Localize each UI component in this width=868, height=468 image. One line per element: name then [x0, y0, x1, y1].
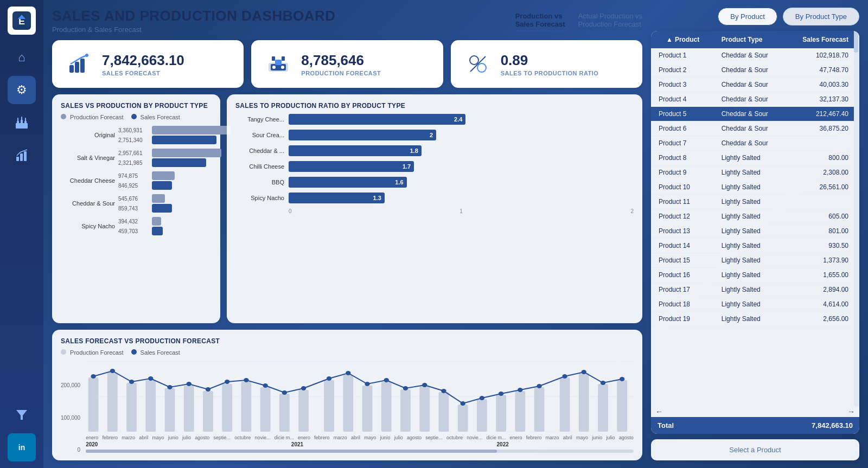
col-product-type[interactable]: Product Type	[716, 31, 786, 48]
ratio-bar-label: Spicy Nacho	[235, 195, 284, 201]
table-row[interactable]: Product 7 Cheddar & Sour	[651, 136, 854, 151]
table-scrollbar[interactable]	[854, 31, 859, 406]
chart-scrollbar-thumb[interactable]	[86, 450, 496, 453]
cell-product: Product 2	[651, 63, 716, 78]
svg-point-26	[477, 63, 486, 72]
table-row[interactable]: Product 9 Lightly Salted 2,308.00	[651, 165, 854, 180]
cell-type: Lightly Salted	[716, 283, 786, 297]
y-label-0: 0	[61, 447, 80, 453]
tab-actual-vs-forecast[interactable]: Actual Production vsProduction Forecast	[578, 10, 642, 31]
cell-value	[786, 136, 854, 151]
table-row[interactable]: Product 14 Lightly Salted 930.50	[651, 239, 854, 253]
table-scroll-area[interactable]: ▲Product Product Type Sales Forecast Pro…	[651, 31, 854, 406]
svg-point-62	[148, 376, 153, 381]
cell-type: Cheddar & Sour	[716, 136, 786, 151]
svg-rect-39	[241, 382, 252, 432]
svg-point-17	[85, 54, 88, 57]
svg-point-60	[110, 369, 115, 373]
chart-scrollbar[interactable]	[86, 450, 634, 453]
table-row[interactable]: Product 18 Lightly Salted 4,614.00	[651, 297, 854, 312]
ratio-bar-fill: 1.6	[289, 177, 407, 188]
col-sales-forecast[interactable]: Sales Forecast	[786, 31, 854, 48]
table-row[interactable]: Product 10 Lightly Salted 26,561.00	[651, 180, 854, 195]
table-row[interactable]: Product 13 Lightly Salted 801.00	[651, 224, 854, 239]
y-label-200k: 200,000	[61, 382, 80, 388]
table-scrollbar-thumb[interactable]	[854, 31, 858, 53]
factory-nav-icon[interactable]	[8, 108, 36, 137]
cell-value: 800.00	[786, 151, 854, 165]
scroll-right-icon[interactable]: →	[847, 407, 855, 416]
right-panel: By Product By Product Type ▲Product Prod…	[651, 0, 868, 468]
sort-icon: ▲	[666, 36, 673, 43]
y-axis: 200,000 100,000 0	[61, 382, 82, 453]
ratio-bar-value: 1.6	[395, 179, 403, 185]
tab-production-vs-sales[interactable]: Production vsSales Forecast	[515, 10, 565, 31]
bar-prod-val: 2,957,661	[118, 150, 150, 156]
ratio-bar-value: 2.4	[454, 116, 462, 123]
legend-sales: Sales Forecast	[131, 114, 180, 120]
bar-sales-fill	[152, 158, 206, 167]
svg-rect-23	[272, 56, 275, 61]
bar-group: 2,957,661 2,321,985	[118, 149, 221, 167]
col-product[interactable]: ▲Product	[651, 31, 716, 48]
table-row[interactable]: Product 5 Cheddar & Sour 212,467.40	[651, 107, 854, 121]
svg-point-69	[282, 390, 287, 395]
ratio-bar-row: Cheddar & ... 1.8	[235, 145, 634, 156]
svg-point-84	[582, 370, 586, 374]
table-row[interactable]: Product 6 Cheddar & Sour 36,875.20	[651, 121, 854, 136]
svg-rect-35	[165, 388, 175, 432]
svg-point-86	[620, 377, 624, 381]
main-content: SALES AND PRODUCTION DASHBOARD Productio…	[43, 0, 651, 468]
settings-nav-icon[interactable]: ⚙	[8, 76, 36, 104]
svg-point-75	[403, 386, 408, 390]
table-row[interactable]: Product 8 Lightly Salted 800.00	[651, 151, 854, 165]
table-nav: ← →	[651, 406, 859, 417]
linkedin-nav-icon[interactable]: in	[8, 433, 36, 461]
svg-rect-9	[25, 118, 26, 121]
bar-label: Original	[61, 132, 115, 138]
kpi-sales-value: 7,842,663.10	[102, 52, 184, 69]
table-row[interactable]: Product 15 Lightly Salted 1,373.90	[651, 253, 854, 268]
cell-type: Lightly Salted	[716, 239, 786, 253]
kpi-ratio-value: 0.89	[501, 52, 599, 69]
cell-value: 40,003.30	[786, 78, 854, 92]
cell-product: Product 12	[651, 209, 716, 224]
bar-chart-row: Cheddar & Sour 545,676 859,743	[61, 194, 212, 213]
svg-point-67	[244, 378, 248, 382]
total-label: Total	[658, 421, 674, 429]
cell-value: 212,467.40	[786, 107, 854, 121]
svg-point-81	[518, 388, 522, 392]
bar-group: 974,875 846,925	[118, 171, 212, 190]
chart-nav-icon[interactable]	[8, 141, 36, 169]
table-row[interactable]: Product 1 Cheddar & Sour 102,918.70	[651, 48, 854, 63]
scroll-left-icon[interactable]: ←	[655, 407, 663, 416]
legend-prod-dot	[61, 349, 66, 355]
cell-type: Lightly Salted	[716, 268, 786, 283]
svg-rect-7	[17, 118, 18, 121]
table-row[interactable]: Product 2 Cheddar & Sour 47,748.70	[651, 63, 854, 78]
cell-product: Product 4	[651, 92, 716, 107]
table-row[interactable]: Product 16 Lightly Salted 1,655.00	[651, 268, 854, 283]
cell-type: Cheddar & Sour	[716, 78, 786, 92]
table-row[interactable]: Product 4 Cheddar & Sour 32,137.30	[651, 92, 854, 107]
table-row[interactable]: Product 19 Lightly Salted 2,656.00	[651, 312, 854, 326]
bar-sales: 846,925	[118, 181, 212, 190]
svg-point-66	[225, 380, 229, 384]
table-row[interactable]: Product 17 Lightly Salted 2,894.00	[651, 283, 854, 297]
bar-prod-val: 974,875	[118, 173, 150, 179]
table-row[interactable]: Product 11 Lightly Salted	[651, 195, 854, 209]
ratio-bar-value: 1.7	[403, 163, 411, 170]
home-nav-icon[interactable]: ⌂	[8, 43, 36, 72]
svg-point-77	[441, 389, 446, 393]
table-row[interactable]: Product 3 Cheddar & Sour 40,003.30	[651, 78, 854, 92]
kpi-production-value: 8,785,646	[301, 52, 381, 69]
select-product-button[interactable]: Select a Product	[651, 439, 859, 460]
legend-sales-dot2	[131, 349, 137, 355]
tab-by-product-type[interactable]: By Product Type	[783, 8, 859, 25]
cell-product: Product 7	[651, 136, 716, 151]
line-chart-area: 200,000 100,000 0	[61, 361, 634, 453]
filter-nav-icon[interactable]	[8, 401, 36, 429]
tab-by-product[interactable]: By Product	[718, 8, 777, 25]
svg-rect-33	[126, 383, 137, 432]
table-row[interactable]: Product 12 Lightly Salted 605.00	[651, 209, 854, 224]
